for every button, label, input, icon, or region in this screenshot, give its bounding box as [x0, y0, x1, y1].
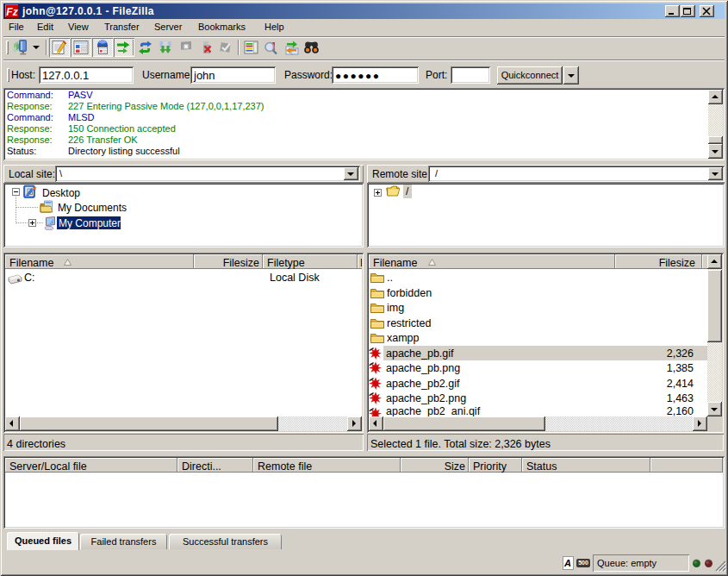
svg-text:Fz: Fz — [6, 6, 17, 18]
